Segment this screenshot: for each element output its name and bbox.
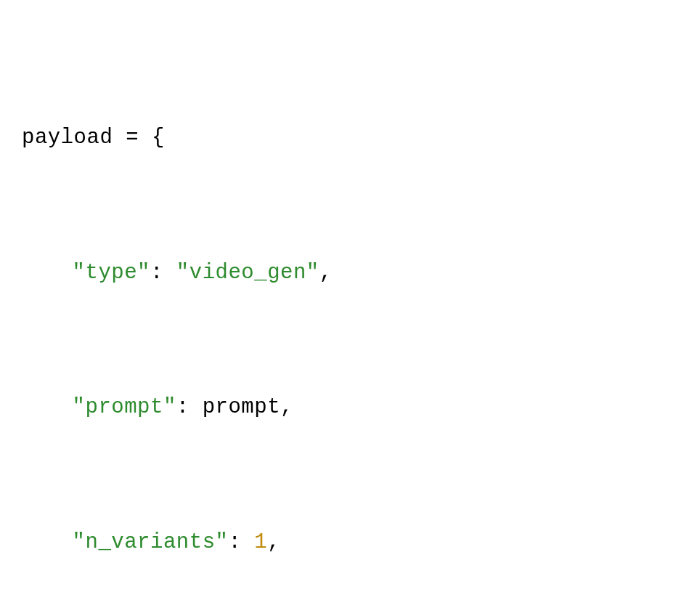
key-sep: : — [176, 395, 203, 419]
assign-eq: = — [113, 126, 152, 150]
code-line: "type": "video_gen", — [22, 256, 675, 290]
key-sep: : — [150, 261, 176, 285]
dict-value: "video_gen" — [176, 261, 319, 285]
dict-key: "type" — [73, 261, 150, 285]
dict-key: "n_variants" — [73, 530, 229, 554]
code-line: "n_variants": 1, — [22, 526, 675, 559]
key-sep: : — [228, 530, 254, 554]
comma: , — [319, 261, 333, 285]
comma: , — [267, 530, 280, 554]
assign-target: payload — [22, 126, 113, 150]
dict-key: "prompt" — [73, 395, 176, 419]
comma: , — [280, 395, 293, 419]
brace-open: { — [152, 126, 165, 150]
code-line: "prompt": prompt, — [22, 391, 675, 424]
dict-value: 1 — [254, 530, 267, 554]
dict-value: prompt — [203, 395, 280, 419]
code-line: payload = { — [22, 121, 675, 155]
code-block[interactable]: payload = { "type": "video_gen", "prompt… — [22, 20, 675, 616]
